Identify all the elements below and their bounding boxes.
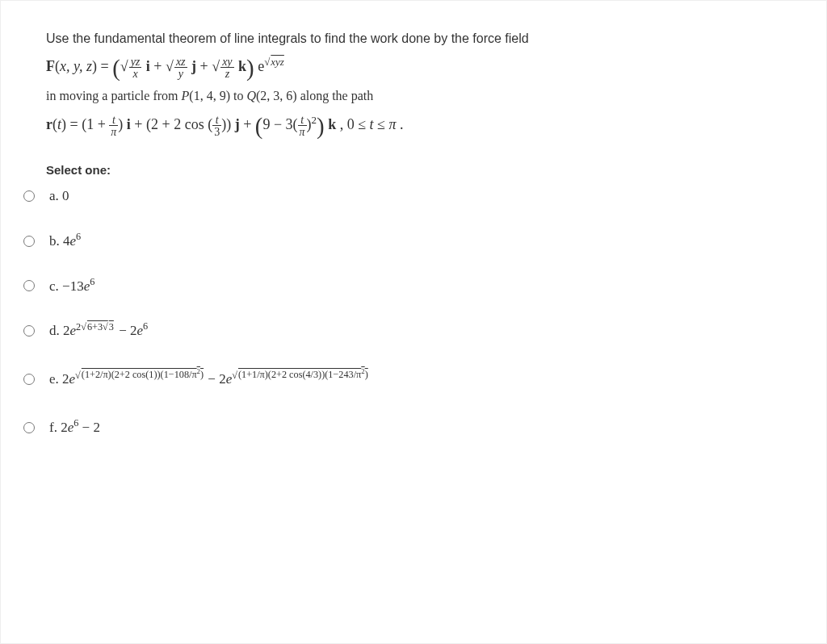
radio-b[interactable]	[23, 236, 35, 247]
option-b[interactable]: b. 4e6	[46, 232, 800, 251]
radio-e[interactable]	[23, 374, 35, 385]
option-c[interactable]: c. −13e6	[46, 277, 800, 296]
select-one-label: Select one:	[46, 161, 800, 178]
radio-d[interactable]	[23, 325, 35, 337]
option-f-label: f. 2e6 − 2	[49, 418, 100, 437]
question-intro: Use the fundamental theorem of line inte…	[46, 30, 800, 48]
option-d-label: d. 2e2√6+3√3 − 2e6	[49, 321, 148, 341]
options-list: a. 0 b. 4e6 c. −13e6 d. 2e2√6+3√3 − 2e6 …	[46, 186, 800, 437]
option-c-label: c. −13e6	[49, 277, 94, 296]
radio-c[interactable]	[23, 280, 35, 291]
force-field-formula: F(x, y, z) = (√yzx i + √xzy j + √xyz k) …	[46, 56, 800, 79]
option-b-label: b. 4e6	[49, 232, 81, 251]
option-a[interactable]: a. 0	[46, 186, 800, 206]
option-e-label: e. 2e√(1+2/π)(2+2 cos(1))(1−108/π2) − 2e…	[49, 370, 369, 389]
option-a-label: a. 0	[49, 186, 69, 206]
path-formula: r(t) = (1 + tπ) i + (2 + 2 cos (t3)) j +…	[46, 114, 800, 137]
particle-text: in moving a particle from P(1, 4, 9) to …	[46, 87, 800, 105]
radio-a[interactable]	[23, 190, 35, 202]
option-e[interactable]: e. 2e√(1+2/π)(2+2 cos(1))(1−108/π2) − 2e…	[46, 370, 800, 389]
radio-f[interactable]	[23, 422, 35, 433]
option-f[interactable]: f. 2e6 − 2	[46, 418, 800, 437]
option-d[interactable]: d. 2e2√6+3√3 − 2e6	[46, 321, 800, 341]
question-stem: Use the fundamental theorem of line inte…	[46, 30, 800, 137]
